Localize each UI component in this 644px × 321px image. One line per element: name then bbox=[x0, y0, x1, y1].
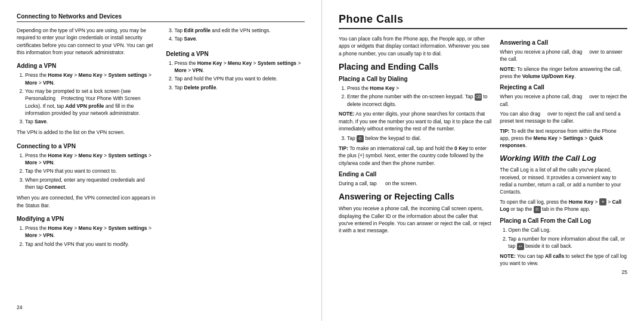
placing-dialing-steps: Press the Home Key > Enter the phone num… bbox=[339, 85, 491, 108]
placing-from-log-title: Placing a Call From the Call Log bbox=[500, 217, 627, 224]
ending-call-title: Ending a Call bbox=[339, 171, 491, 177]
dialing-tip: TIP: To make an international call, tap … bbox=[339, 145, 491, 167]
rejecting-call-text2: You can also drag over to reject the cal… bbox=[500, 110, 627, 125]
page-title: Phone Calls bbox=[339, 13, 627, 29]
answering-call-text: When you receive a phone call, drag over… bbox=[500, 48, 627, 63]
call-icon: ✆ bbox=[357, 135, 364, 142]
list-item: Press the Home Key > Menu Key > System s… bbox=[175, 60, 305, 74]
deleting-vpn-title: Deleting a VPN bbox=[166, 51, 305, 57]
modifying-vpn-steps: Press the Home Key > Menu Key > System s… bbox=[17, 225, 156, 249]
delete-icon: ⌫ bbox=[475, 94, 482, 101]
deleting-vpn-extra-steps: Tap Edit profile and edit the VPN settin… bbox=[166, 27, 305, 44]
list-item: Tap Save. bbox=[175, 35, 305, 42]
answering-call-title: Answering a Call bbox=[500, 39, 627, 46]
connecting-vpn-note: When you are connected, the VPN connecte… bbox=[17, 194, 156, 209]
left-page-number: 24 bbox=[17, 304, 305, 310]
list-item: Tap and hold the VPN that you want to mo… bbox=[25, 241, 156, 248]
modifying-vpn-title: Modifying a VPN bbox=[17, 216, 156, 222]
connecting-vpn-title: Connecting to a VPN bbox=[17, 143, 156, 149]
connecting-vpn-steps: Press the Home Key > Menu Key > System s… bbox=[17, 152, 156, 192]
placing-from-log-note: NOTE: You can tap All calls to select th… bbox=[500, 253, 627, 267]
vpn-intro: Depending on the type of VPN you are usi… bbox=[17, 27, 156, 56]
left-col1: Depending on the type of VPN you are usi… bbox=[17, 27, 156, 304]
dialing-note: NOTE: As you enter digits, your phone se… bbox=[339, 110, 491, 132]
list-item: Tap Edit profile and edit the VPN settin… bbox=[175, 27, 305, 34]
phone-calls-intro: You can place calls from the Phone app, … bbox=[339, 35, 491, 57]
adding-vpn-note: The VPN is added to the list on the VPN … bbox=[17, 129, 156, 136]
working-call-log-text: The Call Log is a list of all the calls … bbox=[500, 166, 627, 195]
list-item: Tap Delete profile. bbox=[175, 84, 305, 91]
list-item: You may be prompted to set a lock screen… bbox=[25, 88, 156, 117]
list-item: Press the Home Key > Menu Key > System s… bbox=[25, 225, 156, 239]
callback-icon: ↩ bbox=[517, 243, 524, 250]
list-item: Tap a number for more information about … bbox=[508, 235, 627, 250]
tab-icon: ✆ bbox=[534, 206, 541, 213]
rejecting-call-tip: TIP: To edit the text response from with… bbox=[500, 127, 627, 149]
list-item: Press the Home Key > bbox=[347, 85, 491, 92]
page-spread: Connecting to Networks and Devices Depen… bbox=[0, 0, 644, 321]
placing-dialing-title: Placing a Call by Dialing bbox=[339, 76, 491, 82]
answering-rejecting-title: Answering or Rejecting Calls bbox=[339, 192, 491, 201]
adding-vpn-steps: Press the Home Key > Menu Key > System s… bbox=[17, 71, 156, 126]
list-item: Tap and hold the VPN that you want to de… bbox=[175, 75, 305, 82]
right-page: Phone Calls You can place calls from the… bbox=[322, 0, 644, 321]
answering-call-note: NOTE: To silence the ringer before answe… bbox=[500, 66, 627, 80]
list-item: When prompted, enter any requested crede… bbox=[25, 176, 156, 191]
right-main-col: You can place calls from the Phone app, … bbox=[339, 35, 491, 310]
list-item: Tap Save. bbox=[25, 118, 156, 125]
list-item: Open the Call Log. bbox=[508, 226, 627, 233]
ending-call-text: During a call, tap on the screen. bbox=[339, 180, 491, 187]
answering-rejecting-text: When you receive a phone call, the Incom… bbox=[339, 205, 491, 234]
list-item: Press the Home Key > Menu Key > System s… bbox=[25, 152, 156, 167]
right-side-col: Answering a Call When you receive a phon… bbox=[500, 35, 627, 310]
placing-ending-title: Placing and Ending Calls bbox=[339, 62, 491, 71]
rejecting-call-text: When you receive a phone call, drag over… bbox=[500, 93, 627, 108]
deleting-vpn-steps: Press the Home Key > Menu Key > System s… bbox=[166, 60, 305, 92]
list-item: Tap the VPN that you want to connect to. bbox=[25, 167, 156, 174]
adding-vpn-title: Adding a VPN bbox=[17, 63, 156, 69]
left-col2: Tap Edit profile and edit the VPN settin… bbox=[166, 27, 305, 304]
left-section-header: Connecting to Networks and Devices bbox=[17, 13, 305, 22]
list-item: Press the Home Key > Menu Key > System s… bbox=[25, 71, 156, 86]
left-page: Connecting to Networks and Devices Depen… bbox=[0, 0, 322, 321]
rejecting-call-title: Rejecting a Call bbox=[500, 84, 627, 91]
list-item: Tap ✆ below the keypad to dial. bbox=[347, 135, 491, 142]
menu-icon: ≡ bbox=[599, 198, 606, 205]
list-item: Enter the phone number with the on-scree… bbox=[347, 93, 491, 108]
working-call-log-text2: To open the call log, press the Home Key… bbox=[500, 198, 627, 214]
working-call-log-title: Working With the Call Log bbox=[500, 154, 627, 163]
right-page-number: 25 bbox=[500, 269, 627, 275]
dialing-step3: Tap ✆ below the keypad to dial. bbox=[339, 135, 491, 142]
placing-from-log-steps: Open the Call Log. Tap a number for more… bbox=[500, 226, 627, 250]
